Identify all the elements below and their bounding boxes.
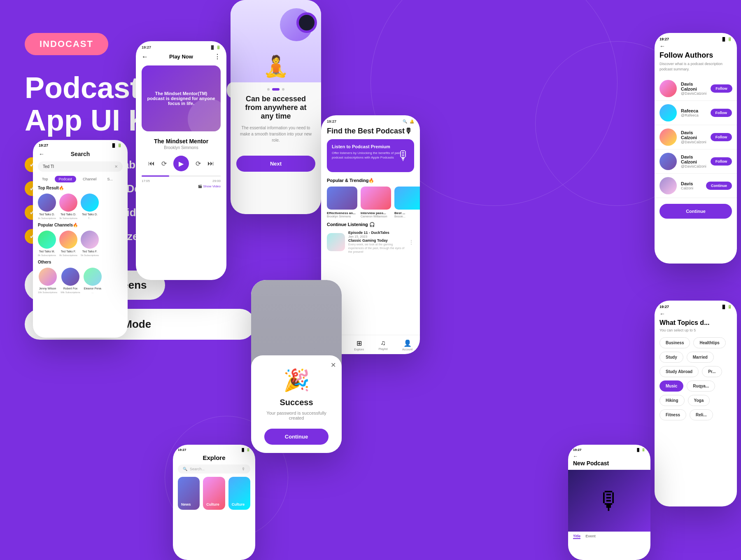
other-avatar-1 xyxy=(39,268,57,286)
avatar-3 xyxy=(81,194,99,212)
author-avatar-1 xyxy=(659,80,677,97)
next-button[interactable]: Next xyxy=(236,156,315,172)
bell-icon[interactable]: 🔔 xyxy=(410,119,414,124)
search-icon: 🔍 xyxy=(183,467,187,471)
explore-search-bar[interactable]: 🔍 Search... 🎙 xyxy=(178,464,250,474)
rewind-icon[interactable]: ⟳ xyxy=(161,160,167,168)
onboard-subtitle: The essential information you need to ma… xyxy=(231,125,321,152)
forward-icon[interactable]: ⟳ xyxy=(196,160,201,168)
tab-top[interactable]: Top xyxy=(38,176,52,182)
success-title: Success xyxy=(280,398,313,407)
explore-status-bar: 19:27 ▐▌ 🔋 xyxy=(173,445,255,453)
topic-yoga[interactable]: Yoga xyxy=(688,395,710,406)
onboard-title: Can be accessed from anywhere at any tim… xyxy=(231,95,321,125)
play-status-bar: 19:27 ▐▌ 🔋 xyxy=(136,41,226,51)
topic-study-abroad[interactable]: Study Abroad xyxy=(659,366,699,377)
author-row-2: Rafeeca @Rafeeca Follow xyxy=(655,101,737,125)
tab-event[interactable]: Event xyxy=(585,534,596,539)
top-result-label: Top Result🔥 xyxy=(33,184,128,192)
dot-2 xyxy=(272,88,280,91)
nav-playlist[interactable]: ♫ Playlist xyxy=(378,339,387,351)
author-info-4: Davis Calzoni @DavisCalzoni xyxy=(681,154,706,168)
authors-back-icon[interactable]: ← xyxy=(655,43,737,51)
tab-podcast[interactable]: Podcast xyxy=(55,176,77,182)
search-icon[interactable]: 🔍 xyxy=(403,119,407,124)
author-row-4: Davis Calzoni @DavisCalzoni Follow xyxy=(655,149,737,174)
back-arrow-icon[interactable]: ← xyxy=(39,151,44,157)
show-video-link[interactable]: 🎬 Show Video xyxy=(136,184,226,189)
play-back-icon[interactable]: ← xyxy=(142,53,148,61)
channel-avatar-3 xyxy=(81,231,99,249)
podcast-author: Brooklyn Simmons xyxy=(136,145,226,153)
follow-btn-5[interactable]: Continue xyxy=(706,182,732,190)
close-icon[interactable]: ✕ xyxy=(331,361,336,369)
topics-back-icon[interactable]: ← xyxy=(655,310,737,319)
skip-back-icon[interactable]: ⏮ xyxy=(148,160,155,167)
nav-account[interactable]: 👤 Account xyxy=(402,339,412,351)
tab-more[interactable]: S... xyxy=(103,176,117,182)
other-item-3: Eleanor Pena ... xyxy=(84,268,102,294)
tab-channel[interactable]: Channel xyxy=(79,176,101,182)
topic-fitness[interactable]: Fitness xyxy=(659,409,686,420)
topic-music[interactable]: Music xyxy=(659,380,683,392)
topic-pr[interactable]: Pr... xyxy=(702,366,722,377)
popular-channels-label: Popular Channels🔥 xyxy=(33,221,128,229)
clear-search-icon[interactable]: ✕ xyxy=(114,164,118,169)
topic-study[interactable]: Study xyxy=(659,352,683,363)
trend-card-2[interactable]: Interview pass... Cameron Williamson xyxy=(361,187,391,218)
topic-married[interactable]: Married xyxy=(687,352,714,363)
progress-times: 17:05 29:00 xyxy=(136,178,226,184)
follow-btn-1[interactable]: Follow xyxy=(711,84,732,93)
continue-button[interactable]: Continue xyxy=(264,429,329,445)
topics-status-bar: 19:27 ▐▌ 🔋 xyxy=(655,301,737,310)
channel-avatar-1 xyxy=(38,231,56,249)
author-info-5: Davis Calzoni xyxy=(681,181,702,190)
search-box[interactable]: Ted Tl ✕ xyxy=(38,161,123,172)
cat-news[interactable]: News xyxy=(178,477,200,510)
playlist-icon: ♫ xyxy=(381,339,386,347)
avatar-1 xyxy=(38,194,56,212)
dot-1 xyxy=(267,88,270,91)
avatar-item-1: Ted Talks D. 1k Subscriptions xyxy=(38,194,56,219)
follow-btn-3[interactable]: Follow xyxy=(711,133,732,141)
cat-culture-1[interactable]: Culture xyxy=(203,477,225,510)
category-cards: News Culture Culture xyxy=(173,477,255,510)
premium-banner[interactable]: Listen to Podcast Premium Offer listener… xyxy=(327,139,414,172)
play-pause-button[interactable]: ▶ xyxy=(173,156,189,171)
authors-continue-button[interactable]: Continue xyxy=(659,204,732,219)
author-info-3: Davis Calzoni @DavisCalzoni xyxy=(681,130,706,144)
episode-more-icon[interactable]: ⋮ xyxy=(408,239,414,245)
account-icon: 👤 xyxy=(403,339,412,347)
popular-channels-avatars: Ted Talks M. 0k Subscriptions Ted Talks … xyxy=(33,229,128,258)
onboard-illustration: 🧘 xyxy=(231,0,321,82)
topic-healthtips[interactable]: Healthtips xyxy=(693,337,725,348)
newpodcast-tabs: Title Event xyxy=(568,532,650,541)
trend-card-3[interactable]: Best ... Bessie... xyxy=(394,187,420,218)
avatar-item-3: Ted Talks D. T... xyxy=(81,194,99,219)
brand-badge: INDOCAST xyxy=(25,33,108,55)
skip-forward-icon[interactable]: ⏭ xyxy=(207,160,214,167)
phone-explore: 19:27 ▐▌ 🔋 Explore 🔍 Search... 🎙 News Cu… xyxy=(173,445,255,560)
tab-title[interactable]: Title xyxy=(573,534,580,539)
topic-reli[interactable]: Reli... xyxy=(690,409,713,420)
nav-explore[interactable]: ⊞ Explore xyxy=(354,339,364,351)
topic-hiking[interactable]: Hiking xyxy=(659,395,685,406)
cat-culture-2[interactable]: Culture xyxy=(228,477,250,510)
channel-item-2: Ted Talks F. 0k Subscriptions xyxy=(59,231,77,257)
phone-newpodcast: 19:27 ▐▌ 🔋 ← New Podcast 🎙 Title Event xyxy=(568,445,650,560)
follow-btn-2[interactable]: Follow xyxy=(711,109,732,117)
avatar-2 xyxy=(59,194,77,212)
explore-title: Explore xyxy=(173,453,255,464)
author-row-5: Davis Calzoni Continue xyxy=(655,174,737,198)
mic-icon[interactable]: 🎙 xyxy=(242,467,245,471)
topic-business[interactable]: Business xyxy=(659,337,690,348)
play-more-icon[interactable]: ⋮ xyxy=(214,53,221,61)
author-row-1: Davis Calzoni @DavisCatzoni Follow xyxy=(655,77,737,101)
progress-bar[interactable] xyxy=(142,175,221,177)
progress-fill xyxy=(142,175,169,177)
trend-card-1[interactable]: Effectiveness an... Brooklyn Simmons xyxy=(327,187,357,218)
topic-ruqya[interactable]: Ruqya... xyxy=(687,380,715,392)
follow-btn-4[interactable]: Follow xyxy=(711,157,732,166)
trend-img-3 xyxy=(394,187,420,210)
newpodcast-back-icon[interactable]: ← xyxy=(568,453,650,460)
